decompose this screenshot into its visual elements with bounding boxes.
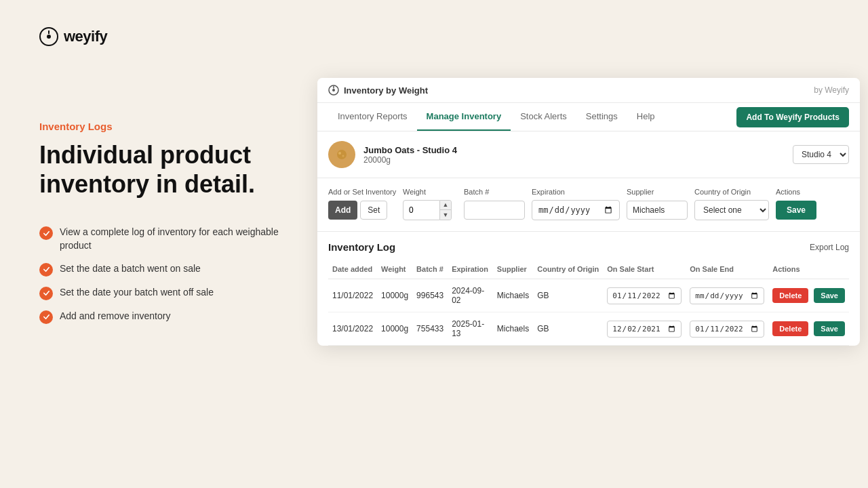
studio-select[interactable]: Studio 4 (793, 145, 849, 164)
row-save-button[interactable]: Save (814, 321, 845, 336)
cell-actions: Delete Save (768, 312, 849, 346)
cell-supplier: Michaels (493, 279, 533, 312)
cell-date-added: 13/01/2022 (328, 312, 377, 346)
feature-item: Set the date your batch went off sale (39, 286, 297, 300)
cell-weight: 10000g (377, 279, 412, 312)
cell-supplier: Michaels (493, 312, 533, 346)
table-row: 11/01/2022 10000g 996543 2024-09-02 Mich… (328, 279, 849, 312)
product-weight: 20000g (363, 155, 457, 165)
tab-manage-inventory[interactable]: Manage Inventory (417, 103, 511, 131)
col-header-weight: Weight (403, 188, 457, 196)
on-sale-end-input[interactable] (690, 287, 764, 304)
weight-down-button[interactable]: ▼ (440, 210, 451, 220)
th-on-sale-end: On Sale End (686, 261, 768, 279)
form-headers: Add or Set Inventory Weight Batch # Expi… (328, 188, 849, 200)
check-icon (39, 226, 53, 240)
row-actions: Delete Save (772, 288, 845, 303)
delete-button[interactable]: Delete (772, 288, 808, 303)
logo-icon (39, 27, 58, 46)
save-button[interactable]: Save (776, 201, 816, 220)
app-title: Inventory by Weight (344, 85, 428, 96)
form-inputs: Add Set ▲ ▼ (328, 200, 849, 220)
row-actions: Delete Save (772, 321, 845, 336)
weight-up-button[interactable]: ▲ (440, 201, 451, 210)
feature-text: View a complete log of inventory for eac… (60, 226, 297, 252)
col-header-supplier: Supplier (627, 188, 688, 196)
feature-text: Set the date your batch went off sale (60, 286, 214, 300)
app-logo-icon (328, 85, 339, 96)
weight-input[interactable] (403, 200, 440, 220)
th-actions: Actions (768, 261, 849, 279)
export-log-button[interactable]: Export Log (810, 243, 849, 252)
feature-text: Add and remove inventory (60, 310, 170, 323)
tab-stock-alerts[interactable]: Stock Alerts (511, 103, 576, 131)
check-icon (39, 310, 53, 324)
col-header-batch: Batch # (464, 188, 525, 196)
nav-tabs: Inventory Reports Manage Inventory Stock… (328, 103, 665, 131)
cell-country: GB (533, 279, 603, 312)
cell-on-sale-start (603, 279, 686, 312)
product-info: Jumbo Oats - Studio 4 20000g (328, 141, 457, 168)
on-sale-end-input[interactable] (690, 321, 764, 338)
product-image (332, 144, 352, 165)
cell-expiration: 2024-09-02 (448, 279, 493, 312)
th-weight: Weight (377, 261, 412, 279)
product-thumbnail (328, 141, 355, 168)
cell-country: GB (533, 312, 603, 346)
weight-input-wrap: ▲ ▼ (403, 200, 457, 220)
app-byline: by Weyify (814, 85, 849, 95)
feature-text: Set the date a batch went on sale (60, 262, 201, 276)
feature-item: Add and remove inventory (39, 310, 297, 324)
th-expiration: Expiration (448, 261, 493, 279)
app-nav: Inventory Reports Manage Inventory Stock… (317, 103, 860, 131)
row-save-button[interactable]: Save (814, 288, 845, 303)
on-sale-start-input[interactable] (607, 321, 682, 338)
svg-point-4 (332, 89, 335, 92)
product-header: Jumbo Oats - Studio 4 20000g Studio 4 (317, 131, 860, 178)
cell-expiration: 2025-01-13 (448, 312, 493, 346)
th-on-sale-start: On Sale Start (603, 261, 686, 279)
left-panel: weyify Inventory Logs Individual product… (39, 27, 297, 324)
weight-spinners: ▲ ▼ (440, 200, 452, 220)
set-button[interactable]: Set (360, 201, 387, 220)
cell-weight: 10000g (377, 312, 412, 346)
add-button[interactable]: Add (328, 201, 357, 220)
feature-item: Set the date a batch went on sale (39, 262, 297, 277)
delete-button[interactable]: Delete (772, 321, 808, 336)
tab-settings[interactable]: Settings (576, 103, 627, 131)
svg-point-8 (338, 152, 341, 155)
col-header-actions: Actions (776, 188, 816, 196)
expiration-input[interactable] (532, 200, 620, 220)
feature-item: View a complete log of inventory for eac… (39, 226, 297, 252)
add-inventory-section: Add or Set Inventory Weight Batch # Expi… (317, 178, 860, 232)
feature-list: View a complete log of inventory for eac… (39, 226, 297, 323)
add-product-button[interactable]: Add To Weyify Products (736, 107, 849, 127)
svg-point-7 (337, 150, 347, 159)
check-icon (39, 263, 53, 277)
batch-input[interactable] (464, 201, 525, 220)
supplier-input[interactable] (627, 201, 688, 220)
cell-actions: Delete Save (768, 279, 849, 312)
log-table-body: 11/01/2022 10000g 996543 2024-09-02 Mich… (328, 279, 849, 346)
add-set-group: Add Set (328, 201, 396, 220)
app-titlebar: Inventory by Weight by Weyify (317, 78, 860, 103)
log-table: Date added Weight Batch # Expiration Sup… (328, 261, 849, 346)
product-name: Jumbo Oats - Studio 4 (363, 145, 457, 155)
main-heading: Individual product inventory in detail. (39, 140, 297, 199)
log-table-head: Date added Weight Batch # Expiration Sup… (328, 261, 849, 279)
country-select[interactable]: Select one GB US (694, 200, 769, 220)
logo: weyify (39, 27, 297, 46)
svg-point-1 (47, 35, 51, 39)
svg-point-9 (342, 155, 344, 157)
th-batch: Batch # (412, 261, 448, 279)
log-header: Inventory Log Export Log (328, 241, 849, 253)
table-row: 13/01/2022 10000g 755433 2025-01-13 Mich… (328, 312, 849, 346)
cell-batch: 996543 (412, 279, 448, 312)
log-title: Inventory Log (328, 241, 395, 253)
on-sale-start-input[interactable] (607, 287, 682, 304)
logo-text: weyify (64, 28, 107, 45)
tab-inventory-reports[interactable]: Inventory Reports (328, 103, 417, 131)
cell-on-sale-end (686, 279, 768, 312)
log-table-header-row: Date added Weight Batch # Expiration Sup… (328, 261, 849, 279)
tab-help[interactable]: Help (627, 103, 665, 131)
